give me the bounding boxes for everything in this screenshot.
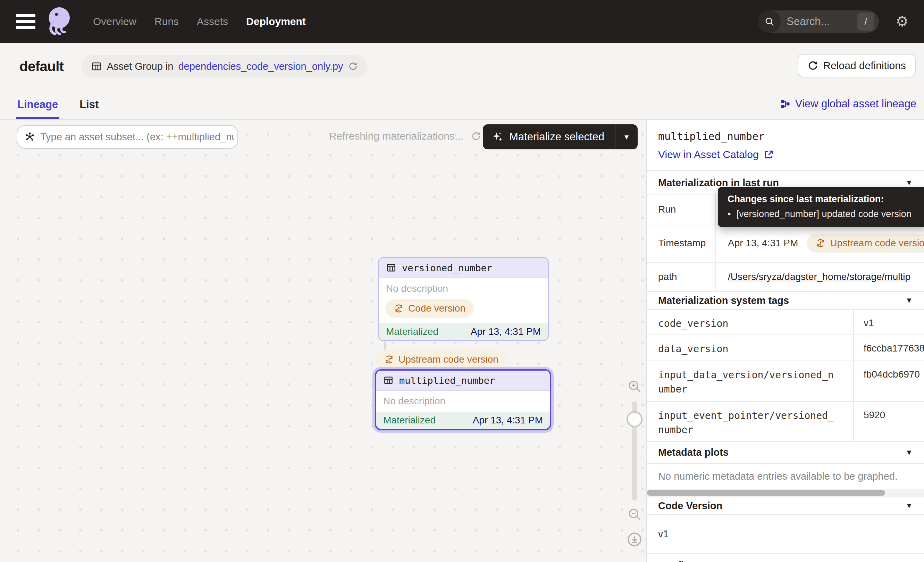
section-code-version[interactable]: Code Version ▼	[647, 497, 924, 514]
row-key: path	[647, 263, 716, 291]
code-version-sync-icon	[384, 354, 394, 365]
collapse-caret-icon[interactable]: ▼	[905, 501, 913, 510]
code-version-value: v1	[647, 514, 924, 553]
asset-node-versioned-number[interactable]: versioned_number No description Code v	[378, 257, 549, 341]
code-version-badge-label: Code version	[408, 303, 465, 314]
zoom-out-icon[interactable]	[627, 507, 642, 522]
section-config[interactable]: Config ▼	[647, 553, 924, 562]
code-version-sync-icon	[394, 303, 404, 314]
nav-item-deployment[interactable]: Deployment	[246, 16, 306, 27]
detail-row-timestamp: Timestamp Apr 13, 4:31 PM Upstream code …	[647, 224, 924, 262]
page-title: default	[20, 59, 64, 74]
reload-definitions-button[interactable]: Reload definitions	[798, 54, 916, 77]
zoom-in-icon[interactable]	[627, 379, 642, 394]
changes-tooltip: Changes since last materialization: • [v…	[718, 187, 924, 227]
detail-row-path: path /Users/sryza/dagster_home/storage/m…	[647, 262, 924, 291]
timestamp-value[interactable]: Apr 13, 4:31 PM	[728, 237, 798, 249]
asset-detail-title: multiplied_number	[658, 130, 913, 143]
materialized-timestamp[interactable]: Apr 13, 4:31 PM	[473, 415, 543, 426]
upstream-code-version-label: Upstream code version	[830, 237, 924, 249]
reload-definitions-label: Reload definitions	[824, 60, 906, 72]
asset-table-icon	[91, 61, 102, 72]
asset-node-description: No description	[376, 391, 550, 412]
reload-icon	[807, 60, 819, 71]
asset-node-name: versioned_number	[402, 263, 492, 273]
row-key: Timestamp	[647, 224, 716, 262]
tag-row-input-data-version: input_data_version/versioned_number fb04…	[647, 361, 924, 401]
search-icon	[758, 11, 781, 33]
materialize-selected-label: Materialize selected	[509, 131, 604, 143]
tag-key: input_event_pointer/versioned_number	[647, 402, 854, 441]
nav-item-overview[interactable]: Overview	[93, 16, 136, 27]
top-nav: Overview Runs Assets Deployment Search..…	[0, 0, 924, 43]
view-tabs: Lineage List	[0, 98, 99, 119]
tab-lineage[interactable]: Lineage	[17, 98, 58, 119]
global-search[interactable]: Search... /	[758, 11, 879, 33]
materialized-status: Materialized	[386, 326, 438, 337]
tag-value: 5920	[854, 402, 924, 441]
primary-nav: Overview Runs Assets Deployment	[93, 16, 306, 27]
code-version-badge: Code version	[385, 299, 474, 318]
page-header: default Asset Group in dependencies_code…	[0, 43, 924, 120]
view-in-asset-catalog-label: View in Asset Catalog	[658, 149, 759, 161]
horizontal-scrollbar[interactable]	[647, 489, 924, 497]
tag-row-input-event-pointer: input_event_pointer/versioned_number 592…	[647, 401, 924, 441]
asset-subset-input[interactable]	[40, 131, 234, 143]
zoom-slider-handle[interactable]	[627, 411, 642, 427]
code-version-sync-icon	[815, 238, 826, 248]
section-metadata-plots[interactable]: Metadata plots ▼	[647, 441, 924, 463]
tag-key: data_version	[647, 335, 854, 361]
asset-group-file-link[interactable]: dependencies_code_version_only.py	[178, 61, 343, 72]
materialize-selected-button[interactable]: Materialize selected ▾	[483, 124, 638, 149]
search-placeholder: Search...	[786, 15, 857, 28]
tag-key: code_version	[647, 310, 854, 335]
metadata-plots-empty-message: No numeric metadata entries available to…	[647, 463, 924, 489]
collapse-caret-icon[interactable]: ▼	[905, 296, 913, 305]
asset-group-badge: Asset Group in dependencies_code_version…	[81, 55, 368, 77]
view-global-asset-lineage-label: View global asset lineage	[795, 98, 916, 110]
nav-item-assets[interactable]: Assets	[197, 16, 228, 27]
asset-subset-filter[interactable]	[16, 125, 238, 149]
search-shortcut-badge: /	[857, 12, 874, 30]
tooltip-item: [versioned_number] updated code version	[736, 209, 911, 219]
scrollbar-thumb[interactable]	[647, 490, 885, 496]
upstream-code-version-badge: Upstream code version	[807, 234, 924, 252]
tag-key: input_data_version/versioned_number	[647, 361, 854, 401]
section-heading: Materialization system tags	[658, 295, 789, 307]
refresh-spinner-icon[interactable]	[471, 131, 482, 141]
tag-value: fb04dcb6970	[854, 361, 924, 401]
path-link[interactable]: /Users/sryza/dagster_home/storage/multip	[728, 271, 910, 283]
zoom-slider[interactable]	[632, 401, 637, 500]
asset-node-multiplied-number[interactable]: multiplied_number No description Materia…	[375, 369, 551, 430]
sparkle-icon	[492, 131, 504, 143]
tooltip-bullet: •	[728, 209, 730, 219]
section-materialization-system-tags[interactable]: Materialization system tags ▼	[647, 291, 924, 309]
refresh-icon[interactable]	[348, 62, 358, 71]
asset-table-icon	[386, 263, 396, 273]
tab-list[interactable]: List	[80, 98, 99, 119]
dagster-logo-icon[interactable]	[44, 5, 74, 38]
materialized-timestamp[interactable]: Apr 13, 4:31 PM	[471, 326, 541, 337]
collapse-caret-icon[interactable]: ▼	[905, 178, 913, 187]
asset-node-name: multiplied_number	[399, 375, 495, 386]
external-link-icon	[764, 149, 774, 160]
section-heading: Code Version	[658, 500, 722, 512]
asset-group-prefix: Asset Group in	[107, 61, 174, 72]
refresh-status: Refreshing materializations...	[329, 130, 482, 142]
view-global-asset-lineage-link[interactable]: View global asset lineage	[780, 98, 916, 110]
collapse-caret-icon[interactable]: ▼	[905, 448, 913, 457]
nav-item-runs[interactable]: Runs	[154, 16, 179, 27]
upstream-code-version-label: Upstream code version	[399, 354, 498, 365]
settings-gear-icon[interactable]: ⚙	[896, 14, 909, 29]
materialize-options-dropdown[interactable]: ▾	[615, 124, 638, 149]
tag-row-data-version: data_version f6ccba177638	[647, 335, 924, 361]
lineage-graph-icon	[780, 99, 790, 109]
lineage-canvas[interactable]: Refreshing materializations... Materiali…	[0, 120, 647, 562]
download-image-icon[interactable]	[626, 531, 643, 548]
tooltip-title: Changes since last materialization:	[728, 194, 918, 204]
view-in-asset-catalog-link[interactable]: View in Asset Catalog	[658, 149, 913, 161]
section-heading: Metadata plots	[658, 447, 729, 458]
asset-detail-panel: multiplied_number View in Asset Catalog …	[647, 120, 924, 562]
hamburger-menu-icon[interactable]	[16, 14, 35, 29]
tag-value: v1	[854, 310, 924, 335]
